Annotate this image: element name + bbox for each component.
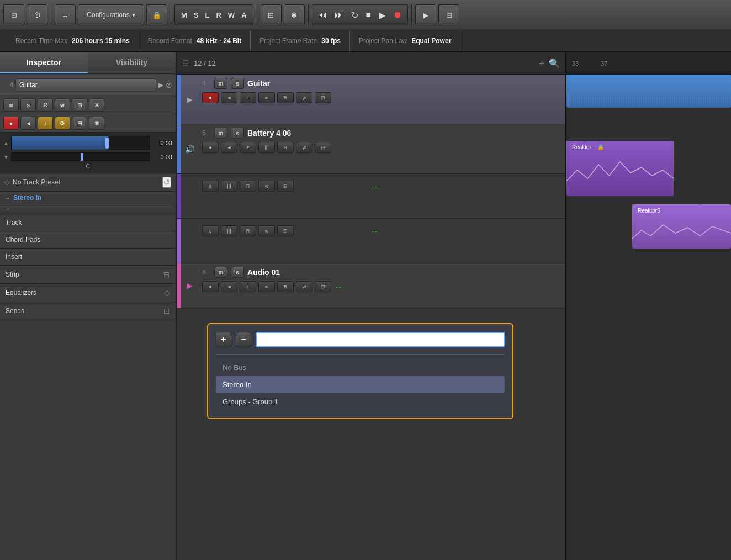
w-btn[interactable]: W (225, 10, 237, 20)
lock-button[interactable]: 🔒 (146, 4, 167, 25)
audio-lanes-button[interactable]: ⊟ (315, 281, 331, 292)
battery-monitor-button[interactable]: ◄ (221, 142, 237, 153)
battery-bars-button[interactable]: ||| (258, 142, 275, 153)
mute-button[interactable]: m (3, 98, 19, 112)
track-expand-arrow[interactable]: ▶ (158, 81, 163, 89)
battery-read-button[interactable]: R (277, 142, 294, 153)
section-equalizers[interactable]: Equalizers ◇ (0, 284, 176, 302)
battery-track-content: 5 m s Battery 4 06 ● ◄ ε ||| R w ⊟ (198, 124, 382, 173)
audio-edit-button[interactable]: ε (240, 281, 256, 292)
preset-label: No Track Preset (13, 178, 162, 186)
asterisk-button[interactable]: ✱ (284, 4, 305, 25)
record-button[interactable]: ⏺ (390, 9, 405, 21)
tiles-button[interactable]: ⊞ (3, 4, 24, 25)
dropdown-search-input[interactable] (256, 332, 505, 347)
fast-forward-button[interactable]: ⏭ (331, 9, 347, 21)
audio-read-button[interactable]: R (277, 281, 294, 292)
cursor-button[interactable]: ▶ (415, 4, 436, 25)
preset-reload-button[interactable]: ↺ (162, 177, 171, 188)
s-btn[interactable]: S (191, 10, 202, 20)
audio-solo-button[interactable]: s (231, 267, 244, 278)
volume-fader[interactable] (11, 136, 150, 150)
tracklist-add-button[interactable]: + (539, 58, 544, 68)
read-button[interactable]: R (38, 98, 53, 112)
remove-button[interactable]: ✕ (89, 98, 104, 112)
section-chord-pads[interactable]: Chord Pads (0, 231, 176, 249)
battery-edit-button[interactable]: ε (240, 142, 256, 153)
battery-write-button[interactable]: w (296, 142, 312, 153)
battery-arm-button[interactable]: ● (202, 142, 219, 153)
audio-write-button[interactable]: w (296, 281, 312, 292)
stop-button[interactable]: ■ (363, 9, 375, 21)
settings-button[interactable]: ⊟ (438, 4, 459, 25)
instrument-button[interactable]: ♪ (38, 117, 53, 130)
lanes2-button[interactable]: ⊟ (72, 117, 87, 130)
configurations-button[interactable]: Configurations ▾ (78, 4, 144, 25)
reaktor2-bars-button[interactable]: ||| (221, 225, 237, 236)
list-item[interactable]: Stereo In (216, 376, 505, 393)
inspector-track-name[interactable]: Guitar (15, 78, 156, 92)
tab-visibility[interactable]: Visibility (88, 52, 176, 73)
reaktor2-edit-button[interactable]: ε (202, 225, 219, 236)
reaktor1-write-button[interactable]: w (258, 181, 275, 192)
grid-button[interactable]: ⊞ (261, 4, 282, 25)
list-button[interactable]: ≡ (55, 4, 76, 25)
battery-mute-button[interactable]: m (214, 128, 227, 139)
guitar-write-button[interactable]: w (296, 92, 312, 103)
audio-mute-button[interactable]: m (214, 267, 227, 278)
r-btn[interactable]: R (213, 10, 224, 20)
guitar-monitor-button[interactable]: ◄ (221, 92, 237, 103)
guitar-link-button[interactable]: ∞ (258, 92, 275, 103)
reaktor2-lanes-button[interactable]: ⊟ (277, 225, 294, 236)
guitar-lanes-button[interactable]: ⊟ (315, 92, 331, 103)
reaktor1-edit-button[interactable]: ε (202, 181, 219, 192)
track-clear-button[interactable]: ⊘ (166, 81, 172, 89)
battery-track-top-row: 5 m s Battery 4 06 (198, 124, 382, 142)
lanes-button[interactable]: ⊞ (72, 98, 87, 112)
reaktor1-read-button[interactable]: R (240, 181, 256, 192)
reaktor1-track-content: ε ||| R w ⊟ - - (198, 174, 382, 218)
reaktor1-lanes-button[interactable]: ⊟ (277, 181, 294, 192)
reaktor2-read-button[interactable]: R (240, 225, 256, 236)
battery-lanes-button[interactable]: ⊟ (315, 142, 331, 153)
audio-link-button[interactable]: ∞ (258, 281, 275, 292)
battery-solo-button[interactable]: s (231, 128, 244, 139)
fx-button[interactable]: ✱ (89, 117, 104, 130)
guitar-edit-button[interactable]: ε (240, 92, 256, 103)
list-item[interactable]: No Bus (216, 359, 505, 376)
dropdown-remove-button[interactable]: − (236, 332, 251, 347)
configurations-label: Configurations (87, 11, 129, 19)
section-strip[interactable]: Strip ⊟ (0, 266, 176, 284)
rewind-button[interactable]: ⏮ (315, 9, 330, 21)
section-inserts[interactable]: Insert (0, 249, 176, 266)
audio-arm-button[interactable]: ● (202, 281, 219, 292)
guitar-track-color-bar (177, 75, 181, 124)
list-item[interactable]: Groups - Group 1 (216, 393, 505, 410)
monitor-button[interactable]: ◄ (20, 117, 36, 130)
guitar-arm-button[interactable]: ● (202, 92, 219, 103)
a-btn[interactable]: A (239, 10, 249, 20)
write-button[interactable]: w (55, 98, 70, 112)
guitar-mute-button[interactable]: m (214, 78, 227, 89)
l-btn[interactable]: L (203, 10, 213, 20)
audio-monitor-button[interactable]: ◄ (221, 281, 237, 292)
pan-fader[interactable] (11, 152, 150, 161)
section-track[interactable]: Track (0, 214, 176, 231)
guitar-solo-button[interactable]: s (231, 78, 244, 89)
stereo-in-row[interactable]: → Stereo In (0, 192, 176, 204)
reaktor1-bars-button[interactable]: ||| (221, 181, 237, 192)
arm-record-button[interactable]: ● (3, 117, 19, 130)
section-sends[interactable]: Sends ⊡ (0, 302, 176, 320)
reaktor2-write-button[interactable]: w (258, 225, 275, 236)
cycle-button[interactable]: ↻ (348, 9, 362, 22)
clock-button[interactable]: ⏱ (27, 4, 47, 25)
tracklist-search-button[interactable]: 🔍 (549, 58, 560, 68)
audio-return-button[interactable]: ⟳ (55, 117, 70, 130)
solo-button[interactable]: s (20, 98, 36, 112)
dropdown-add-button[interactable]: + (216, 332, 231, 347)
tab-inspector[interactable]: Inspector (0, 52, 88, 73)
m-btn[interactable]: M (178, 10, 190, 20)
audio-track-btns-row: ● ◄ ε ∞ R w ⊟ - - (198, 281, 382, 295)
play-button[interactable]: ▶ (375, 9, 389, 22)
guitar-read-button[interactable]: R (277, 92, 294, 103)
